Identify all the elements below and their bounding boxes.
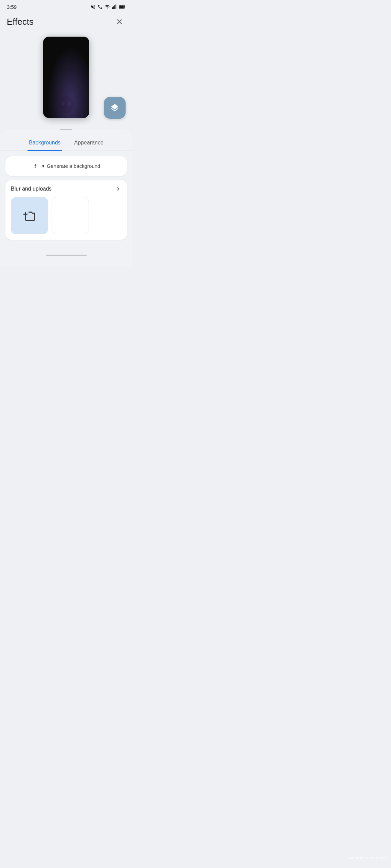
blur-title: Blur and uploads xyxy=(11,186,52,192)
battery-icon xyxy=(119,4,126,9)
status-time: 3:59 xyxy=(7,4,17,10)
svg-rect-0 xyxy=(112,7,113,9)
blur-thumbnails xyxy=(11,197,122,234)
chevron-right-icon xyxy=(115,185,122,192)
generate-label: ✦ Generate a background xyxy=(41,163,100,169)
layers-fab[interactable] xyxy=(104,97,126,119)
bottom-sheet: Backgrounds Appearance ✦ Generate a back… xyxy=(0,129,132,267)
tabs-container: Backgrounds Appearance xyxy=(0,133,132,151)
preview-face xyxy=(54,95,78,115)
svg-rect-5 xyxy=(119,5,124,8)
svg-point-7 xyxy=(62,102,64,105)
status-icons xyxy=(90,4,126,9)
content-area: ✦ Generate a background Blur and uploads xyxy=(0,151,132,240)
blur-header[interactable]: Blur and uploads xyxy=(11,185,122,192)
generate-background-button[interactable]: ✦ Generate a background xyxy=(5,156,127,176)
phone-preview xyxy=(43,37,89,118)
svg-point-6 xyxy=(59,96,74,113)
close-icon xyxy=(115,18,124,26)
white-thumbnail[interactable] xyxy=(52,197,89,234)
mute-icon xyxy=(90,4,96,9)
svg-rect-2 xyxy=(114,5,115,9)
upload-thumbnail[interactable] xyxy=(11,197,48,234)
svg-point-8 xyxy=(68,102,71,105)
svg-rect-3 xyxy=(115,4,116,9)
blur-section: Blur and uploads xyxy=(5,180,127,240)
phone-icon xyxy=(97,4,103,9)
sparkle-icon xyxy=(32,163,38,169)
top-bar: Effects xyxy=(0,12,132,33)
phone-preview-inner xyxy=(43,37,89,118)
svg-rect-1 xyxy=(113,6,114,9)
signal-icon xyxy=(112,4,117,9)
status-bar: 3:59 xyxy=(0,0,132,12)
add-photo-icon xyxy=(23,210,36,222)
page-title: Effects xyxy=(7,17,34,27)
tab-appearance[interactable]: Appearance xyxy=(73,136,105,151)
drag-handle[interactable] xyxy=(60,129,72,130)
wifi-icon xyxy=(105,4,110,9)
home-indicator xyxy=(46,255,87,256)
tab-backgrounds[interactable]: Backgrounds xyxy=(27,136,62,151)
close-button[interactable] xyxy=(113,16,126,28)
layers-icon xyxy=(110,103,119,113)
preview-container xyxy=(0,33,132,125)
bottom-nav-bar xyxy=(0,253,132,260)
